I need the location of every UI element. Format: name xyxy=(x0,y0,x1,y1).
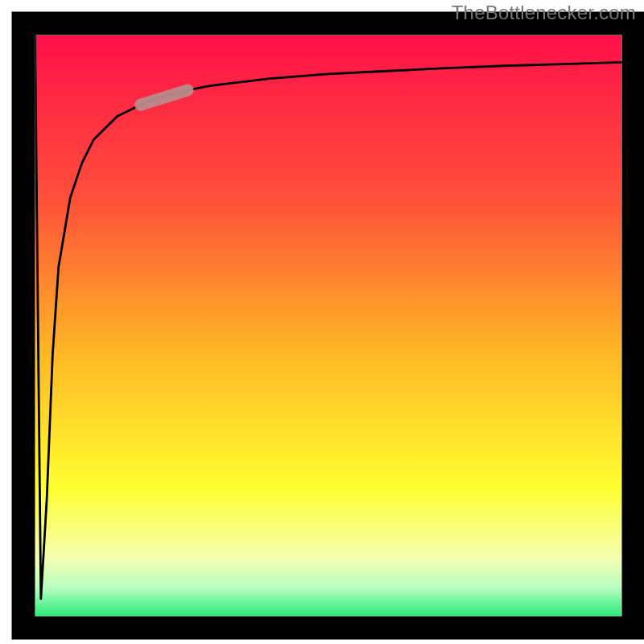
bottleneck-chart xyxy=(0,0,644,644)
watermark-text: TheBottlenecker.com xyxy=(452,2,636,24)
gradient-background xyxy=(35,35,622,617)
chart-container: TheBottlenecker.com xyxy=(0,0,644,644)
